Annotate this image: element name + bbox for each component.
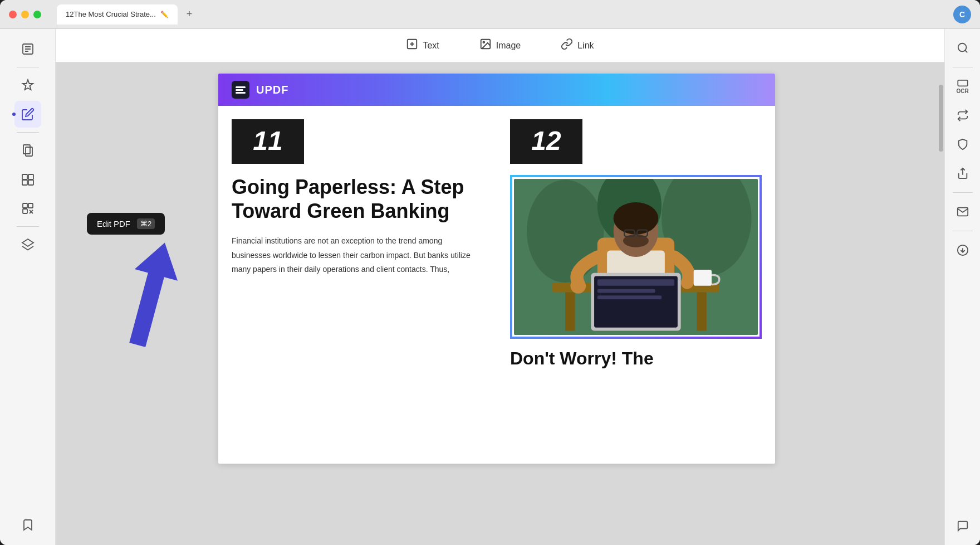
- right-divider-2: [953, 192, 973, 193]
- image-tool-icon: [479, 38, 492, 53]
- pdf-page: UPDF 11 Going Paperless: A Step Toward G…: [218, 74, 775, 464]
- link-tool-label: Link: [577, 41, 594, 51]
- svg-point-45: [958, 43, 966, 52]
- right-email-icon[interactable]: [950, 199, 975, 224]
- sidebar-item-reader[interactable]: [14, 36, 41, 62]
- svg-rect-11: [28, 203, 33, 208]
- toolbar-text[interactable]: Text: [399, 33, 445, 57]
- right-search-icon[interactable]: [950, 36, 975, 60]
- svg-point-32: [614, 202, 659, 235]
- left-sidebar: [0, 29, 56, 545]
- svg-rect-27: [565, 292, 575, 330]
- sidebar-item-bookmark[interactable]: [14, 512, 41, 538]
- svg-point-23: [527, 180, 604, 283]
- svg-marker-15: [22, 239, 33, 246]
- right-protect-icon[interactable]: [950, 132, 975, 157]
- svg-rect-10: [23, 203, 27, 208]
- updf-logo: [232, 81, 249, 99]
- wave-1: [236, 86, 246, 88]
- right-chat-icon[interactable]: [950, 514, 975, 538]
- right-ocr-icon[interactable]: OCR: [950, 74, 975, 99]
- right-divider-1: [953, 67, 973, 67]
- sidebar-item-organize[interactable]: [14, 166, 41, 193]
- pdf-right-column: 12: [497, 119, 762, 369]
- text-tool-icon: [406, 38, 418, 53]
- sidebar-item-pages[interactable]: [14, 137, 41, 164]
- main-area: Text Image: [56, 29, 944, 545]
- image-tool-label: Image: [496, 41, 521, 51]
- active-tab[interactable]: 12The Most Crucial Strate... ✏️: [57, 4, 178, 25]
- section-12-number: 12: [510, 119, 582, 164]
- user-avatar[interactable]: C: [953, 6, 971, 23]
- text-tool-label: Text: [423, 41, 439, 51]
- top-toolbar: Text Image: [56, 29, 944, 62]
- svg-rect-6: [22, 174, 27, 179]
- svg-rect-43: [597, 295, 661, 299]
- tab-edit-icon: ✏️: [160, 11, 169, 18]
- svg-rect-4: [23, 145, 30, 154]
- wave-3: [236, 92, 246, 94]
- ocr-label: OCR: [956, 88, 968, 94]
- close-button[interactable]: [9, 11, 17, 18]
- sidebar-item-edit-pdf[interactable]: [14, 101, 41, 128]
- toolbar-image[interactable]: Image: [473, 33, 527, 57]
- svg-rect-44: [694, 270, 712, 286]
- updf-waves: [236, 86, 246, 94]
- svg-rect-5: [26, 147, 32, 156]
- content-area: Edit PDF ⌘2: [56, 62, 944, 545]
- sidebar-item-highlight[interactable]: [14, 72, 41, 99]
- app-body: Text Image: [0, 29, 980, 545]
- right-sidebar: OCR: [944, 29, 980, 545]
- svg-rect-8: [22, 180, 27, 185]
- tab-label: 12The Most Crucial Strate...: [66, 10, 156, 18]
- updf-header: UPDF: [218, 74, 775, 106]
- updf-brand-text: UPDF: [256, 84, 288, 96]
- section-11-number: 11: [232, 119, 304, 164]
- svg-point-20: [483, 41, 484, 43]
- traffic-lights: [9, 11, 41, 18]
- svg-line-46: [965, 50, 967, 52]
- sidebar-item-layers[interactable]: [14, 231, 41, 258]
- svg-rect-47: [958, 80, 968, 86]
- sidebar-divider-2: [17, 132, 39, 133]
- edit-pdf-tooltip: Edit PDF ⌘2: [87, 213, 165, 235]
- sidebar-item-compress[interactable]: [14, 195, 41, 222]
- tooltip-shortcut: ⌘2: [137, 218, 155, 229]
- wave-2: [236, 89, 243, 91]
- right-share-icon[interactable]: [950, 161, 975, 186]
- pdf-left-column: 11 Going Paperless: A Step Toward Green …: [232, 119, 497, 369]
- section-12-image-container: [510, 175, 762, 339]
- svg-rect-28: [697, 292, 707, 330]
- section-11-body: Financial institutions are not an except…: [232, 234, 483, 276]
- image-border: [510, 175, 762, 339]
- tab-area: 12The Most Crucial Strate... ✏️ +: [57, 4, 947, 25]
- svg-rect-12: [23, 209, 27, 213]
- right-divider-3: [953, 231, 973, 231]
- toolbar-link[interactable]: Link: [554, 33, 600, 57]
- sidebar-divider-3: [17, 226, 39, 227]
- section-12-image: [514, 179, 758, 335]
- svg-rect-42: [597, 289, 655, 293]
- scrollbar-track[interactable]: [938, 62, 944, 545]
- right-convert-icon[interactable]: [950, 103, 975, 128]
- titlebar: 12The Most Crucial Strate... ✏️ + C: [0, 0, 980, 29]
- svg-rect-9: [28, 180, 33, 185]
- pdf-canvas: UPDF 11 Going Paperless: A Step Toward G…: [56, 62, 938, 545]
- scroll-container: UPDF 11 Going Paperless: A Step Toward G…: [56, 62, 944, 545]
- section-11-title: Going Paperless: A Step Toward Green Ban…: [232, 175, 483, 223]
- right-save-icon[interactable]: [950, 238, 975, 262]
- scrollbar-thumb[interactable]: [939, 85, 943, 152]
- pdf-content: 11 Going Paperless: A Step Toward Green …: [218, 106, 775, 382]
- svg-rect-41: [597, 279, 674, 286]
- new-tab-button[interactable]: +: [182, 6, 197, 22]
- tooltip-label: Edit PDF: [97, 219, 130, 228]
- person-laptop-svg: [514, 179, 758, 335]
- app-window: 12The Most Crucial Strate... ✏️ + C: [0, 0, 980, 545]
- svg-rect-7: [28, 174, 33, 179]
- svg-rect-38: [575, 276, 582, 286]
- section-12-subtitle: Don't Worry! The: [510, 348, 762, 369]
- link-tool-icon: [561, 38, 573, 53]
- maximize-button[interactable]: [33, 11, 41, 18]
- active-indicator: [12, 113, 16, 116]
- minimize-button[interactable]: [21, 11, 29, 18]
